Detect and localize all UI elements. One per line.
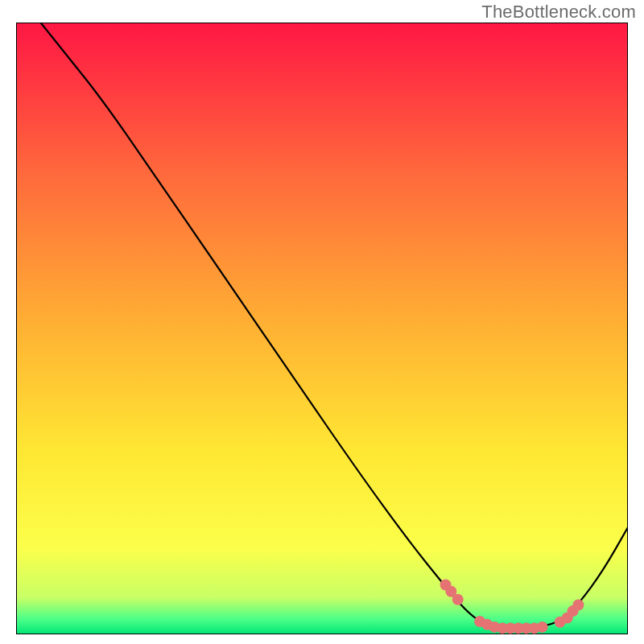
plot-background [16, 23, 628, 634]
optimal-marker [452, 594, 464, 605]
chart-container: TheBottleneck.com [0, 0, 644, 644]
watermark-text: TheBottleneck.com [481, 2, 636, 23]
optimal-marker [537, 621, 548, 633]
bottleneck-chart [16, 23, 628, 634]
optimal-marker [572, 600, 584, 611]
